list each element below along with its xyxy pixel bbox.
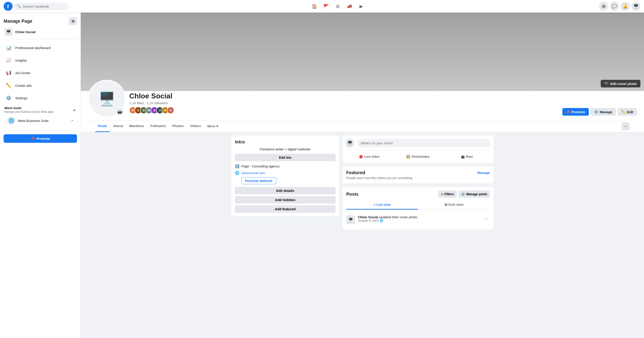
tab-followers[interactable]: Followers	[148, 120, 169, 132]
post-author-name: Chloe Social	[358, 215, 378, 219]
page-type-text: Page · Consulting agency	[241, 164, 280, 168]
page-tabs: Posts About Mentions Followers Photos Vi…	[88, 120, 637, 132]
manage-icon: ⚙️	[594, 110, 598, 114]
composer-avatar: 🖥️	[345, 139, 354, 148]
facebook-logo[interactable]: f	[4, 2, 12, 11]
list-view-tab[interactable]: ≡ List view	[346, 200, 418, 210]
manage-btn[interactable]: ⚙️ Manage	[590, 108, 616, 116]
composer-input[interactable]: What's on your mind?	[357, 139, 491, 147]
sidebar-title: Manage Page	[4, 19, 32, 24]
promote-icon: 📣	[30, 137, 35, 141]
edit-bio-btn[interactable]: Edit bio	[235, 154, 336, 161]
tabs-more[interactable]: More ▾	[205, 121, 221, 132]
photo-video-icon: 🖼️	[406, 155, 410, 159]
sidebar-toggle-btn[interactable]: ⊞	[69, 17, 77, 25]
page-name: Chloe Social	[129, 92, 559, 100]
posts-title: Posts	[346, 192, 358, 197]
featured-manage-link[interactable]: Manage	[477, 171, 490, 174]
profile-info-row: 🖥️ 📷 Chloe Social 1.1K likes · 1.1K foll…	[88, 91, 637, 120]
page-avatar-small: 🖥️	[4, 28, 12, 36]
sidebar: Manage Page ⊞ 🖥️ Chloe Social 📊 Professi…	[0, 12, 81, 233]
sidebar-item-ad-center[interactable]: 📢 Ad Center	[2, 67, 79, 79]
sidebar-page-item[interactable]: 🖥️ Chloe Social	[2, 26, 79, 38]
nav-grid-btn[interactable]: ⊞	[332, 1, 343, 12]
posts-card: Posts ≡ Filters ⚙️ Manage posts	[343, 187, 494, 229]
sidebar-promote-btn[interactable]: 📣 Promote	[4, 134, 77, 143]
website-link[interactable]: chloesocial.com	[241, 171, 265, 175]
nav-megaphone-btn[interactable]: 📣	[344, 1, 355, 12]
page-layout: Manage Page ⊞ 🖥️ Chloe Social 📊 Professi…	[0, 12, 644, 233]
view-tabs: ≡ List view ⊞ Grid view	[346, 200, 490, 210]
nav-right: ⊞ 💬 🔔 🖥️	[596, 2, 640, 11]
live-video-label: Live video	[364, 155, 380, 159]
profile-bar: 🖥️ 📷 Chloe Social 1.1K likes · 1.1K foll…	[81, 91, 644, 132]
filters-icon: ≡	[441, 192, 443, 196]
post-more-btn[interactable]: ···	[482, 215, 490, 222]
featured-title: Featured	[346, 170, 365, 175]
right-column: 🖥️ What's on your mind? 🔴 Live video 🖼️	[343, 136, 494, 229]
meta-business-suite-item[interactable]: 🌐 Meta Business Suite ↗	[4, 114, 76, 127]
sidebar-nav-label: Ad Center	[15, 71, 30, 75]
notifications-btn[interactable]: 🔔	[621, 2, 630, 11]
post-privacy-icon: 🌐	[380, 219, 383, 222]
search-bar[interactable]: 🔍 Search Facebook	[14, 3, 68, 10]
nav-flag-btn[interactable]: 🚩	[321, 1, 332, 12]
avatar-camera-btn[interactable]: 📷	[116, 108, 124, 116]
reel-btn[interactable]: 🎬 Reel	[443, 153, 491, 160]
live-video-btn[interactable]: 🔴 Live video	[345, 153, 393, 160]
sidebar-item-create-ads[interactable]: ✏️ Create ads	[2, 79, 79, 92]
nav-home-btn[interactable]: 🏠	[309, 1, 320, 12]
photo-video-btn[interactable]: 🖼️ Photo/video	[394, 153, 442, 160]
edit-cover-label: Edit cover photo	[610, 82, 637, 86]
tab-posts[interactable]: Posts	[95, 120, 110, 132]
meta-suite-label: Meta Business Suite	[18, 119, 68, 123]
sidebar-item-settings[interactable]: ⚙️ Settings	[2, 92, 79, 104]
add-hobbies-btn[interactable]: Add hobbies	[235, 196, 336, 203]
profile-actions: 📣 Promote ⚙️ Manage ✏️ Edit	[562, 108, 637, 117]
edit-btn[interactable]: ✏️ Edit	[618, 108, 637, 116]
intro-card: Intro Freelance writer + digital markete…	[231, 136, 339, 216]
messenger-btn[interactable]: 💬	[610, 2, 619, 11]
account-btn[interactable]: 🖥️	[632, 2, 640, 11]
tab-photos[interactable]: Photos	[170, 120, 186, 132]
more-tools-title: More tools	[4, 106, 54, 110]
featured-card: Featured Manage People won't see this un…	[343, 167, 494, 183]
more-tools-header[interactable]: More tools Manage your business across M…	[4, 106, 76, 113]
grid-view-tab[interactable]: ⊞ Grid view	[418, 200, 490, 210]
sidebar-divider-1	[2, 39, 79, 40]
posts-actions: ≡ Filters ⚙️ Manage posts	[438, 190, 490, 198]
promote-btn-icon: 📣	[566, 110, 570, 114]
tab-videos[interactable]: Videos	[187, 120, 204, 132]
posts-header: Posts ≡ Filters ⚙️ Manage posts	[346, 190, 490, 198]
globe-icon: 🌐	[235, 170, 240, 175]
promote-btn[interactable]: 📣 Promote	[562, 108, 589, 116]
insights-icon: 📈	[4, 56, 12, 64]
sidebar-item-insights[interactable]: 📈 Insights	[2, 54, 79, 67]
sidebar-nav-label: Settings	[15, 96, 28, 100]
left-column: Intro Freelance writer + digital markete…	[231, 136, 339, 229]
tab-mentions[interactable]: Mentions	[126, 120, 147, 132]
intro-page-type: ℹ️ Page · Consulting agency	[235, 164, 336, 168]
featured-header: Featured Manage	[346, 170, 490, 175]
info-icon: ℹ️	[235, 164, 240, 168]
meta-suite-icon: 🌐	[7, 117, 15, 125]
tab-about[interactable]: About	[110, 120, 126, 132]
live-video-icon: 🔴	[359, 155, 363, 159]
sidebar-item-professional-dashboard[interactable]: 📊 Professional dashboard	[2, 41, 79, 54]
edit-icon: ✏️	[621, 110, 626, 114]
cover-area: 📷 Edit cover photo	[81, 12, 644, 91]
nav-play-btn[interactable]: ▶	[356, 1, 366, 12]
edit-cover-btn[interactable]: 📷 Edit cover photo	[601, 80, 640, 87]
filters-btn[interactable]: ≡ Filters	[438, 190, 456, 198]
add-featured-btn[interactable]: Add featured	[235, 205, 336, 213]
apps-grid-btn[interactable]: ⊞	[599, 2, 608, 11]
manage-posts-btn[interactable]: ⚙️ Manage posts	[458, 190, 490, 198]
content-area: Intro Freelance writer + digital markete…	[228, 132, 497, 233]
post-item: 🖥️ Chloe Social updated their cover phot…	[346, 213, 490, 226]
sidebar-nav-label: Insights	[15, 58, 27, 62]
edit-btn-label: Edit	[627, 110, 633, 114]
tabs-dots-btn[interactable]: ···	[622, 122, 630, 130]
edit-details-btn[interactable]: Edit details	[235, 187, 336, 194]
promote-website-btn[interactable]: Promote Website	[241, 177, 276, 184]
intro-bio: Freelance writer + digital marketer	[235, 147, 336, 151]
